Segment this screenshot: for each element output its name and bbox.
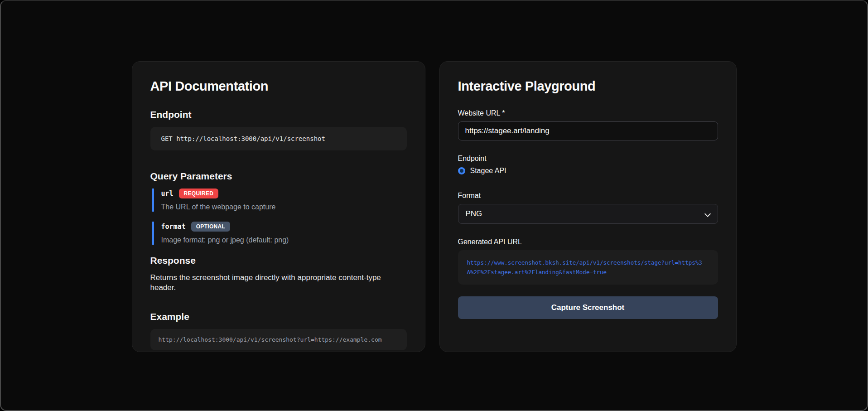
response-heading: Response	[150, 255, 407, 266]
query-parameters-heading: Query Parameters	[150, 170, 407, 182]
param-description: Image format: png or jpeg (default: png)	[161, 236, 407, 245]
endpoint-heading: Endpoint	[150, 109, 407, 120]
website-url-label: Website URL *	[458, 109, 718, 117]
param-name: format	[161, 222, 186, 231]
example-code-block: http://localhost:3000/api/v1/screenshot?…	[150, 329, 407, 350]
format-select[interactable]: PNG	[458, 204, 718, 224]
param-format: format OPTIONAL Image format: png or jpe…	[152, 222, 407, 245]
playground-title: Interactive Playground	[458, 79, 718, 93]
chevron-down-icon	[705, 211, 710, 217]
format-selected-value: PNG	[466, 209, 482, 218]
generated-api-url-value: https://www.screenshot.bksh.site/api/v1/…	[458, 250, 718, 285]
param-description: The URL of the webpage to capture	[161, 203, 407, 212]
endpoint-code-block: GET http://localhost:3000/api/v1/screens…	[150, 127, 407, 150]
api-documentation-card: API Documentation Endpoint GET http://lo…	[132, 61, 425, 352]
endpoint-label: Endpoint	[458, 154, 718, 163]
response-text: Returns the screenshot image directly wi…	[150, 273, 407, 293]
radio-checked-icon[interactable]	[458, 167, 465, 174]
capture-screenshot-button[interactable]: Capture Screenshot	[458, 296, 718, 319]
example-heading: Example	[150, 311, 407, 322]
endpoint-option-stagee-api[interactable]: Stagee API	[458, 167, 718, 175]
param-name: url	[161, 189, 174, 198]
format-label: Format	[458, 191, 718, 200]
api-docs-title: API Documentation	[150, 79, 407, 93]
cards-container: API Documentation Endpoint GET http://lo…	[132, 61, 737, 352]
generated-api-url-label: Generated API URL	[458, 237, 718, 246]
query-parameters-list: url REQUIRED The URL of the webpage to c…	[150, 189, 407, 245]
param-url: url REQUIRED The URL of the webpage to c…	[152, 189, 407, 212]
param-url-row: url REQUIRED	[161, 189, 407, 198]
app-window: API Documentation Endpoint GET http://lo…	[0, 0, 868, 411]
interactive-playground-card: Interactive Playground Website URL * End…	[439, 61, 737, 352]
endpoint-option-label: Stagee API	[470, 167, 506, 175]
website-url-input[interactable]	[458, 121, 718, 140]
param-format-row: format OPTIONAL	[161, 222, 407, 232]
optional-badge: OPTIONAL	[191, 222, 230, 232]
required-badge: REQUIRED	[179, 189, 219, 198]
